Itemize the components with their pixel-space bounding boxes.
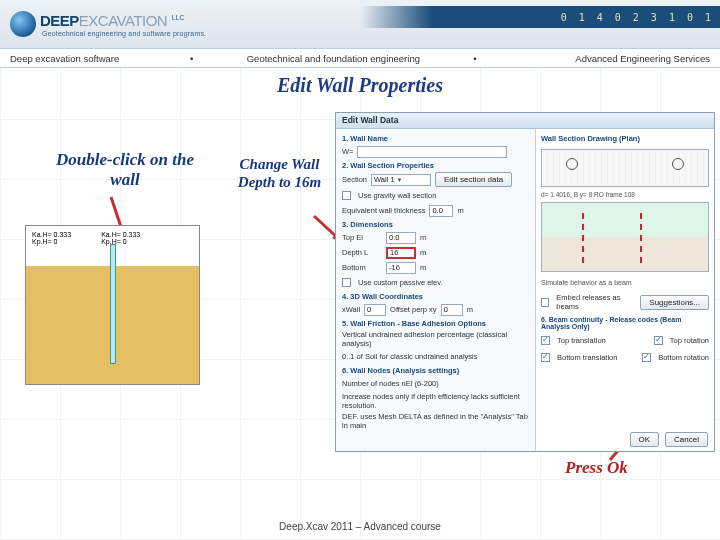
suggestions-button[interactable]: Suggestions...: [640, 295, 709, 310]
nodes-label: Number of nodes nEl (6-200): [342, 379, 439, 388]
bot-rotation-checkbox[interactable]: [642, 353, 651, 362]
brand-word-2: EXCAVATION: [79, 12, 167, 29]
section-preview-figure: [541, 149, 709, 187]
bottom-label: Bottom: [342, 263, 382, 272]
beam-group-label: 6. Beam continuity - Release codes (Beam…: [541, 316, 709, 330]
brand-logo: DEEPEXCAVATION LLC Geotechnical engineer…: [10, 11, 206, 37]
dialog-left-pane: 1. Wall Name W= 2. Wall Section Properti…: [336, 129, 536, 451]
tagline-left: Deep excavation software: [10, 53, 160, 64]
brand-tagline: Geotechnical engineering and software pr…: [42, 30, 206, 37]
wall-cross-section-figure: Ka.H= 0.333Kp.H= 0 Ka.H= 0.333Kp.H= 0: [25, 225, 200, 385]
ok-button[interactable]: OK: [630, 432, 660, 447]
top-translation-checkbox[interactable]: [541, 336, 550, 345]
custom-passive-label: Use custom passive elev.: [358, 278, 442, 287]
brand-word-1: DEEP: [40, 12, 79, 29]
plan-preview-figure: [541, 202, 709, 272]
group-nodes: 6. Wall Nodes (Analysis settings): [342, 366, 529, 375]
xwall-label: xWall: [342, 305, 360, 314]
chevron-down-icon: ▼: [397, 177, 403, 183]
bot-translation-checkbox[interactable]: [541, 353, 550, 362]
adhesion-label: Vertical undrained adhesion percentage (…: [342, 330, 529, 348]
xwall-input[interactable]: 0: [364, 304, 386, 316]
wall-name-input[interactable]: [357, 146, 507, 158]
dialog-right-pane: Wall Section Drawing (Plan) d= 1.4016, B…: [536, 129, 714, 451]
wall-name-label: W=: [342, 147, 353, 156]
separator-dot: •: [473, 53, 476, 64]
section-select[interactable]: Wall 1▼: [371, 174, 431, 186]
page-title: Edit Wall Properties: [0, 74, 720, 97]
edit-section-button[interactable]: Edit section data: [435, 172, 512, 187]
custom-passive-checkbox[interactable]: [342, 278, 351, 287]
section-label: Section: [342, 175, 367, 184]
tagline-bar: Deep excavation software • Geotechnical …: [0, 48, 720, 68]
nodes-note1: Increase nodes only if depth efficiency …: [342, 392, 529, 410]
dialog-title: Edit Wall Data: [336, 113, 714, 129]
cancel-button[interactable]: Cancel: [665, 432, 708, 447]
binary-decor: 0 1 4 0 2 3 1 0 1: [561, 12, 714, 23]
tagline-right: Advanced Engineering Services: [507, 53, 710, 64]
gravity-label: Use gravity wall section: [358, 191, 436, 200]
group-friction: 5. Wall Friction - Base Adhesion Options: [342, 319, 529, 328]
header-stripe: 0 1 4 0 2 3 1 0 1: [360, 6, 720, 28]
top-rotation-checkbox[interactable]: [654, 336, 663, 345]
offset-label: Offset perp xy: [390, 305, 437, 314]
simulate-label: Simulate behavior as a beam: [541, 279, 632, 286]
right-preview-title: Wall Section Drawing (Plan): [541, 134, 709, 143]
app-header: DEEPEXCAVATION LLC Geotechnical engineer…: [0, 0, 720, 48]
section-id-text: d= 1.4016, B y= 8 RO frame 108: [541, 191, 709, 198]
group-dimensions: 3. Dimensions: [342, 220, 529, 229]
globe-icon: [10, 11, 36, 37]
group-section-props: 2. Wall Section Properties: [342, 161, 529, 170]
kp-left-label: Kp.H= 0: [32, 238, 58, 245]
bottom-input[interactable]: -16: [386, 262, 416, 274]
depth-label: Depth L: [342, 248, 382, 257]
wall-element[interactable]: [110, 244, 116, 364]
ka-left-label: Ka.H= 0.333: [32, 231, 71, 238]
nodes-note2: DEF. uses Mesh DELTA as defined in the "…: [342, 412, 529, 430]
unit-m: m: [457, 206, 463, 215]
group-3d-coords: 4. 3D Wall Coordinates: [342, 292, 529, 301]
footer-text: Deep.Xcav 2011 – Advanced course: [0, 521, 720, 532]
brand-suffix: LLC: [172, 13, 185, 20]
ka-right-label: Ka.H= 0.333: [101, 231, 140, 238]
top-el-input[interactable]: 0.0: [386, 232, 416, 244]
separator-dot: •: [190, 53, 193, 64]
friction-label: 0..1 of Soil for classic undrained analy…: [342, 352, 478, 361]
offset-input[interactable]: 0: [441, 304, 463, 316]
embed-checkbox[interactable]: [541, 298, 549, 307]
equiv-thickness-input[interactable]: 0.0: [429, 205, 453, 217]
callout-double-click: Double-click on the wall: [50, 150, 200, 191]
top-el-label: Top El: [342, 233, 382, 242]
embed-label: Embed releases as beams: [556, 293, 636, 311]
callout-change-depth: Change Wall Depth to 16m: [222, 155, 337, 191]
tagline-mid: Geotechnical and foundation engineering: [223, 53, 443, 64]
group-wall-name: 1. Wall Name: [342, 134, 529, 143]
depth-input[interactable]: 16: [386, 247, 416, 259]
gravity-checkbox[interactable]: [342, 191, 351, 200]
equiv-label: Equivalent wall thickness: [342, 206, 425, 215]
edit-wall-dialog: Edit Wall Data 1. Wall Name W= 2. Wall S…: [335, 112, 715, 452]
